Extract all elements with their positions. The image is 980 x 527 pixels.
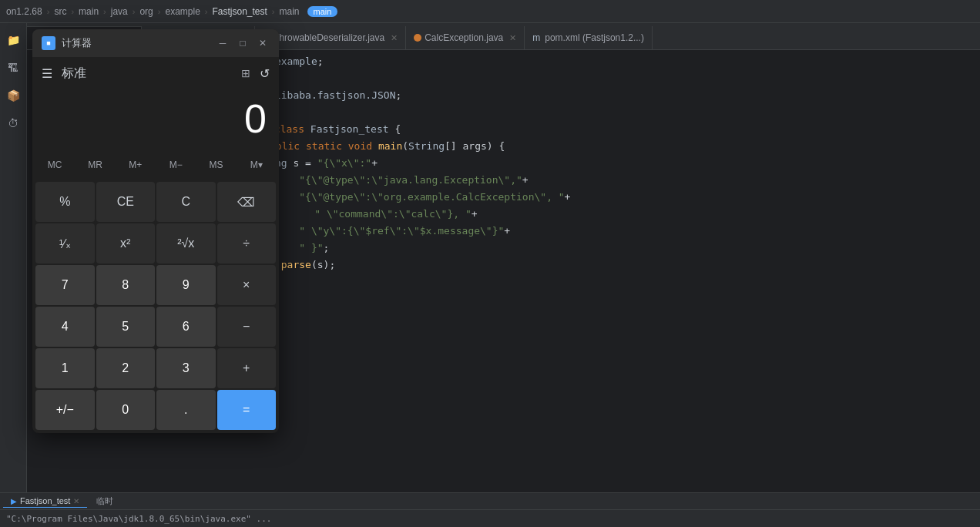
calc-mminus-button[interactable]: M− bbox=[156, 153, 195, 176]
code-line-4 bbox=[203, 104, 974, 121]
breadcrumb-class[interactable]: Fastjson_test bbox=[212, 6, 267, 17]
breadcrumb-bar: on1.2.68 › src › main › java › org › exa… bbox=[0, 0, 980, 23]
calc-negate-button[interactable]: +/− bbox=[35, 390, 95, 430]
tab-label-throwable: ThrowableDeserializer.java bbox=[274, 32, 384, 43]
calculator-window: ■ 计算器 ─ □ ✕ ☰ 标准 ⊞ ↺ 0 MC MR M+ M− MS M▾… bbox=[32, 29, 279, 433]
breadcrumb-project[interactable]: on1.2.68 bbox=[6, 6, 42, 17]
calc-plus-button[interactable]: + bbox=[217, 348, 277, 388]
calc-title-text: 计算器 bbox=[62, 36, 210, 50]
code-line-17: } bbox=[203, 324, 974, 341]
tab-pom[interactable]: m pom.xml (Fastjson1.2...) bbox=[525, 26, 653, 49]
code-line-3: import com.alibaba.fastjson.JSON; bbox=[203, 87, 974, 104]
calc-buttons-grid: % CE C ⌫ ¹⁄ₓ x² ²√x ÷ 7 8 9 × 4 5 6 − 1 … bbox=[32, 179, 279, 433]
calc-minus-button[interactable]: − bbox=[217, 307, 277, 347]
calc-multiply-button[interactable]: × bbox=[217, 265, 277, 305]
sidebar-icon-structure[interactable]: 🏗 bbox=[2, 57, 24, 79]
calc-2-button[interactable]: 2 bbox=[96, 348, 156, 388]
calc-8-button[interactable]: 8 bbox=[96, 265, 156, 305]
calc-5-button[interactable]: 5 bbox=[96, 307, 156, 347]
breadcrumb-org[interactable]: org bbox=[139, 6, 153, 17]
code-content[interactable]: package org.example; import com.alibaba.… bbox=[196, 50, 980, 492]
calc-titlebar: ■ 计算器 ─ □ ✕ bbox=[32, 29, 279, 57]
code-line-16: ▾ } bbox=[203, 307, 974, 324]
breadcrumb-method[interactable]: main bbox=[280, 6, 300, 17]
calc-mplus-button[interactable]: M+ bbox=[116, 153, 155, 176]
breadcrumb-example[interactable]: example bbox=[165, 6, 200, 17]
bottom-tab-label-temp: 临时 bbox=[96, 495, 113, 507]
tab-icon-pom: m bbox=[532, 32, 540, 43]
breadcrumb-main[interactable]: main bbox=[79, 6, 99, 17]
calc-percent-button[interactable]: % bbox=[35, 182, 95, 222]
calc-history-icon[interactable]: ↺ bbox=[260, 66, 270, 81]
bottom-tabs: ▶ Fastjson_test ✕ 临时 bbox=[0, 493, 980, 510]
calc-square-button[interactable]: x² bbox=[96, 223, 156, 264]
calc-alt-mode-icon[interactable]: ⊞ bbox=[241, 67, 250, 79]
code-line-2 bbox=[203, 70, 974, 87]
tab-label-calcexception: CalcException.java bbox=[425, 32, 503, 43]
calc-6-button[interactable]: 6 bbox=[156, 307, 216, 347]
bottom-tab-fastjson[interactable]: ▶ Fastjson_test ✕ bbox=[3, 495, 87, 508]
code-line-14 bbox=[203, 274, 974, 290]
code-line-15 bbox=[203, 290, 974, 307]
code-editor: 12345 678910 1112131415 161718 package o… bbox=[166, 50, 980, 492]
calc-ce-button[interactable]: CE bbox=[96, 182, 156, 222]
breadcrumb-java[interactable]: java bbox=[111, 6, 128, 17]
calc-menu-icon[interactable]: ☰ bbox=[42, 66, 52, 81]
calc-display: 0 bbox=[32, 89, 279, 151]
code-line-13: JSON.parse(s); bbox=[203, 257, 974, 274]
code-line-5: ▶⬛ public class Fastjson_test { bbox=[203, 121, 974, 138]
calc-mr-button[interactable]: MR bbox=[76, 153, 114, 176]
code-line-6: ▶⬛ ▾ public static void main(String[] ar… bbox=[203, 138, 974, 155]
code-line-8: "{\"@type\":\"java.lang.Exception\","+ bbox=[203, 172, 974, 189]
code-line-9: "{\"@type\":\"org.example.CalcException\… bbox=[203, 189, 974, 206]
calc-0-button[interactable]: 0 bbox=[96, 390, 156, 430]
calc-reciprocal-button[interactable]: ¹⁄ₓ bbox=[35, 223, 95, 264]
calc-7-button[interactable]: 7 bbox=[35, 265, 95, 305]
sidebar-icon-temp[interactable]: ⏱ bbox=[2, 112, 24, 134]
calc-minimize-button[interactable]: ─ bbox=[216, 36, 230, 50]
code-line-11: " \"y\":{\"$ref\":\"$x.message\"}"+ bbox=[203, 223, 974, 240]
left-sidebar: 📁 🏗 📦 ⏱ bbox=[0, 23, 27, 492]
bottom-bar: ▶ Fastjson_test ✕ 临时 "C:\Program Files\J… bbox=[0, 492, 980, 527]
bottom-tab-close-fastjson[interactable]: ✕ bbox=[73, 497, 79, 505]
calc-app-icon: ■ bbox=[42, 36, 55, 50]
calc-4-button[interactable]: 4 bbox=[35, 307, 95, 347]
calc-memory-row: MC MR M+ M− MS M▾ bbox=[32, 151, 279, 179]
calc-mc-button[interactable]: MC bbox=[35, 153, 74, 176]
tab-label-pom: pom.xml (Fastjson1.2...) bbox=[545, 32, 644, 43]
calc-ms-button[interactable]: MS bbox=[196, 153, 235, 176]
calc-c-button[interactable]: C bbox=[156, 182, 216, 222]
run-config-badge[interactable]: main bbox=[307, 6, 338, 17]
tab-calcexception[interactable]: CalcException.java ✕ bbox=[406, 26, 525, 49]
calc-close-button[interactable]: ✕ bbox=[256, 36, 270, 50]
breadcrumb-src[interactable]: src bbox=[54, 6, 66, 17]
calc-mode-text: 标准 bbox=[62, 65, 232, 82]
calc-3-button[interactable]: 3 bbox=[156, 348, 216, 388]
calc-maximize-button[interactable]: □ bbox=[236, 36, 250, 50]
calc-decimal-button[interactable]: . bbox=[156, 390, 216, 430]
bottom-status-bar: "C:\Program Files\Java\jdk1.8.0_65\bin\j… bbox=[0, 510, 980, 527]
code-line-7: String s = "{\"x\":"+ bbox=[203, 155, 974, 172]
calc-1-button[interactable]: 1 bbox=[35, 348, 95, 388]
tab-icon-calcexception bbox=[414, 34, 421, 42]
code-line-12: " }"; bbox=[203, 240, 974, 257]
status-text: "C:\Program Files\Java\jdk1.8.0_65\bin\j… bbox=[6, 514, 271, 524]
calc-display-value: 0 bbox=[244, 96, 267, 142]
bottom-tab-label-fastjson: Fastjson_test bbox=[20, 496, 70, 505]
tab-close-throwable[interactable]: ✕ bbox=[391, 33, 398, 43]
bottom-tab-icon-fastjson: ▶ bbox=[11, 497, 17, 505]
calc-equals-button[interactable]: = bbox=[217, 390, 277, 430]
code-line-10: 💡 " \"command\":\"calc\"}, "+ bbox=[203, 206, 974, 223]
calc-sqrt-button[interactable]: ²√x bbox=[156, 223, 216, 264]
calc-9-button[interactable]: 9 bbox=[156, 265, 216, 305]
code-line-1: package org.example; bbox=[203, 53, 974, 70]
calc-divide-button[interactable]: ÷ bbox=[217, 223, 277, 264]
sidebar-icon-external[interactable]: 📦 bbox=[2, 85, 24, 106]
sidebar-icon-project[interactable]: 📁 bbox=[2, 29, 24, 51]
calc-mode-header: ☰ 标准 ⊞ ↺ bbox=[32, 57, 279, 89]
code-line-18 bbox=[203, 341, 974, 358]
bottom-tab-temp[interactable]: 临时 bbox=[89, 494, 121, 509]
tab-close-calcexception[interactable]: ✕ bbox=[509, 33, 516, 43]
calc-backspace-button[interactable]: ⌫ bbox=[217, 182, 277, 222]
calc-mdown-button[interactable]: M▾ bbox=[237, 153, 276, 176]
